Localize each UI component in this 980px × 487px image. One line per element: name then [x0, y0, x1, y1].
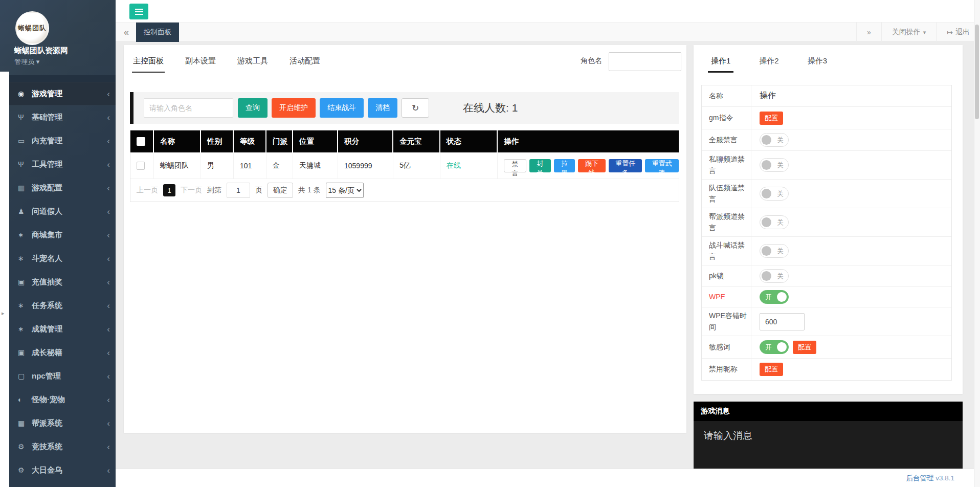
tab-操作3[interactable]: 操作3 [805, 51, 830, 73]
goto-page-prefix: 到第 [207, 186, 221, 195]
online-count-label: 在线人数: 1 [463, 92, 518, 124]
sidebar-item-问道假人[interactable]: ♟问道假人‹ [9, 200, 116, 223]
sidebar-item-工具管理[interactable]: Ψ工具管理‹ [9, 152, 116, 176]
config-button[interactable]: 配置 [793, 341, 816, 354]
tab-副本设置[interactable]: 副本设置 [184, 51, 217, 73]
sidebar-item-label: 竞技系统 [32, 442, 116, 452]
重置任务-button[interactable]: 重置任务 [609, 159, 642, 172]
toggle-off[interactable]: 关 [760, 133, 789, 147]
prev-page-button[interactable]: 上一页 [137, 186, 158, 195]
ops-row-label: gm指令 [702, 107, 751, 129]
拉黑-button[interactable]: 拉黑 [554, 159, 575, 172]
sidebar-item-大日金乌[interactable]: ⚙大日金乌‹ [9, 458, 116, 482]
sidebar-item-npc管理[interactable]: ▢npc管理‹ [9, 364, 116, 388]
tab-control-panel[interactable]: 控制面板 [136, 23, 179, 42]
version-number: v3.8.1 [936, 474, 954, 482]
tabs-scroll-left-icon[interactable]: « [124, 23, 129, 42]
row-checkbox-cell [130, 152, 154, 179]
ops-row-WPE: WPE开 [702, 287, 951, 307]
row-cell: 男 [201, 152, 234, 179]
sidebar-item-充值抽奖[interactable]: ▣充值抽奖‹ [9, 270, 116, 294]
sidebar-item-竞技系统[interactable]: ⚙竞技系统‹ [9, 435, 116, 458]
ops-row-value: 配置 [751, 359, 951, 380]
sidebar-item-任务系统[interactable]: ∗任务系统‹ [9, 294, 116, 317]
toggle-off[interactable]: 关 [760, 187, 789, 201]
next-page-button[interactable]: 下一页 [181, 186, 202, 195]
operations-panel: 操作1操作2操作3 名称操作gm指令配置全服禁言关私聊频道禁言关队伍频道禁言关帮… [694, 45, 963, 394]
ops-row-帮派频道禁言: 帮派频道禁言关 [702, 208, 951, 237]
goto-confirm-button[interactable]: 确定 [268, 183, 293, 198]
scrollbar-thumb[interactable] [975, 25, 979, 119]
role-name-input[interactable] [609, 52, 681, 71]
sidebar-collapse-handle[interactable]: ▸ [2, 310, 5, 317]
maintenance-button[interactable]: 开启维护 [272, 98, 316, 118]
toggle-state-label: 开 [765, 343, 772, 352]
toolbar: 查询 开启维护 结束战斗 清档 ↻ 在线人数: 1 [130, 92, 679, 124]
sidebar-item-斗宠名人[interactable]: ∗斗宠名人‹ [9, 247, 116, 270]
sidebar-item-label: 游戏配置 [32, 183, 116, 193]
refresh-button[interactable]: ↻ [402, 98, 429, 118]
toggle-state-label: 关 [777, 272, 784, 281]
current-page-button[interactable]: 1 [163, 184, 175, 196]
toggle-off[interactable]: 关 [760, 269, 789, 283]
ops-value-input[interactable] [760, 313, 805, 330]
menu-toggle-button[interactable] [129, 4, 148, 19]
tab-游戏工具[interactable]: 游戏工具 [236, 51, 269, 73]
重置武魂-button[interactable]: 重置武魂 [645, 159, 679, 172]
tab-活动配置[interactable]: 活动配置 [288, 51, 321, 73]
tab-主控面板[interactable]: 主控面板 [132, 51, 165, 73]
goto-page-suffix: 页 [255, 186, 262, 195]
toggle-off[interactable]: 关 [760, 158, 789, 172]
sidebar-item-帮派系统[interactable]: ▦帮派系统‹ [9, 411, 116, 435]
tabs-scroll-right[interactable]: » [856, 23, 881, 42]
avatar[interactable]: 蜥蜴团队 [15, 11, 49, 45]
caret-down-icon: ▾ [923, 29, 926, 36]
sidebar-item-成长秘籍[interactable]: ▣成长秘籍‹ [9, 341, 116, 364]
toggle-on[interactable]: 开 [760, 290, 789, 304]
chevron-left-icon: ‹ [107, 207, 110, 216]
end-battle-button[interactable]: 结束战斗 [320, 98, 364, 118]
column-header-状态: 状态 [440, 130, 498, 152]
封号-button[interactable]: 封号 [529, 159, 551, 172]
chevron-left-icon: ‹ [107, 278, 110, 286]
goto-page-input[interactable] [227, 183, 250, 198]
ops-row-value: 关 [751, 129, 951, 150]
sidebar-item-基础管理[interactable]: Ψ基础管理‹ [9, 105, 116, 129]
wipe-button[interactable]: 清档 [368, 98, 397, 118]
scrollbar-track[interactable] [974, 0, 980, 487]
tab-操作2[interactable]: 操作2 [756, 51, 782, 73]
backend-version-link[interactable]: 后台管理 v3.8.1 [906, 474, 954, 483]
config-button[interactable]: 配置 [760, 363, 783, 376]
row-cell: 101 [234, 152, 266, 179]
sidebar-menu: ◉游戏管理‹Ψ基础管理‹▭内充管理‹Ψ工具管理‹▦游戏配置‹♟问道假人‹∗商城集… [9, 82, 116, 482]
ops-header-op: 操作 [751, 85, 951, 106]
config-button[interactable]: 配置 [760, 112, 783, 125]
sidebar-item-商城集市[interactable]: ∗商城集市‹ [9, 223, 116, 247]
sidebar-item-成就管理[interactable]: ∗成就管理‹ [9, 317, 116, 341]
sidebar-item-内充管理[interactable]: ▭内充管理‹ [9, 129, 116, 152]
toggle-off[interactable]: 关 [760, 244, 789, 258]
select-all-checkbox[interactable] [137, 137, 145, 146]
game-message-input[interactable]: 请输入消息 [694, 421, 963, 469]
query-button[interactable]: 查询 [238, 98, 268, 118]
tab-操作1[interactable]: 操作1 [708, 51, 733, 73]
ops-row-value: 关 [751, 208, 951, 236]
禁言-button[interactable]: 禁言 [504, 159, 526, 172]
toggle-on[interactable]: 开 [760, 340, 789, 354]
row-checkbox[interactable] [137, 162, 145, 170]
chevron-left-icon: ‹ [107, 160, 110, 169]
sidebar-item-游戏管理[interactable]: ◉游戏管理‹ [9, 82, 116, 105]
sidebar-item-游戏配置[interactable]: ▦游戏配置‹ [9, 176, 116, 200]
per-page-select[interactable]: 15 条/页 [326, 183, 364, 198]
toggle-knob [762, 271, 771, 281]
role-dropdown[interactable]: 管理员 ▾ [14, 57, 39, 67]
sidebar-item-怪物·宠物[interactable]: ◐怪物·宠物‹ [9, 388, 116, 411]
close-operations-dropdown[interactable]: 关闭操作▾ [881, 23, 937, 42]
toggle-off[interactable]: 关 [760, 215, 789, 229]
search-input[interactable] [144, 98, 233, 118]
ops-row-value: 配置 [751, 107, 951, 129]
踢下线-button[interactable]: 踢下线 [578, 159, 606, 172]
ops-row-value [751, 307, 951, 336]
sidebar-separator [9, 75, 116, 82]
role-name-label: 角色名 [581, 56, 602, 65]
